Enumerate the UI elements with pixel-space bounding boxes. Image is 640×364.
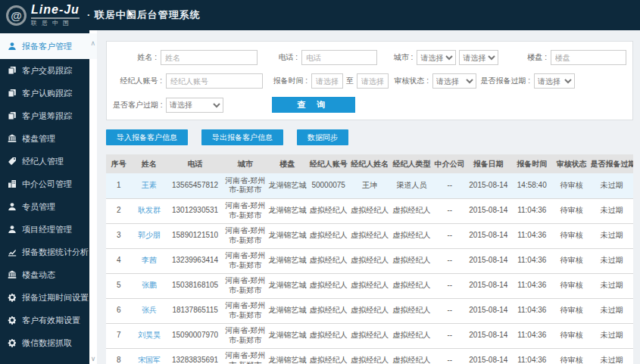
table-cell: -- [433, 273, 466, 298]
table-row[interactable]: 3郭少朋15890121510河南省-郑州市-新郑市龙湖锦艺城虚拟经纪人虚拟经纪… [106, 223, 633, 248]
table-cell: 河南省-郑州市-新郑市 [223, 348, 267, 364]
sidebar-item-6[interactable]: 中介公司管理 [0, 173, 89, 195]
table-cell: 龙湖锦艺城 [267, 273, 308, 298]
import-customers-button[interactable]: 导入报备客户信息 [106, 129, 188, 145]
phone-label: 电话 : [258, 52, 301, 63]
table-cell: 5 [106, 273, 131, 298]
sidebar-item-12[interactable]: 客户有效期设置 [0, 309, 89, 331]
sidebar-item-10[interactable]: 楼盘动态 [0, 263, 89, 286]
table-cell: 未过期 [591, 298, 633, 323]
sidebar-item-4[interactable]: 楼盘管理 [0, 127, 89, 150]
table-cell: 2015-08-14 [466, 198, 510, 223]
customer-name-link[interactable]: 王素 [142, 181, 157, 189]
sidebar-item-label: 客户有效期设置 [22, 315, 80, 326]
table-cell: 张鹏 [131, 273, 167, 298]
table-cell: 2 [106, 198, 131, 223]
table-cell: 待审核 [553, 248, 590, 273]
table-row[interactable]: 5张鹏15038168105河南省-郑州市-新郑市龙湖锦艺城虚拟经纪人虚拟经纪人… [106, 273, 633, 298]
table-header-row: 序号姓名电话城市楼盘经纪人账号经纪人姓名经纪人类型中介公司报备日期报备时间审核状… [106, 154, 633, 173]
table-row[interactable]: 1王素13565457812河南省-郑州市-新郑市龙湖锦艺城50000075王坤… [106, 173, 633, 198]
customer-name-link[interactable]: 张兵 [142, 306, 157, 314]
city-district-select[interactable]: 请选择 [459, 50, 498, 65]
table-row[interactable]: 7刘昊昊15090007970河南省-郑州市-新郑市龙湖锦艺城虚拟经纪人虚拟经纪… [106, 323, 633, 348]
table-cell: 宋国军 [131, 348, 167, 364]
report-time-to-input[interactable] [357, 73, 389, 89]
table-row[interactable]: 8宋国军13283835691河南省-郑州市-新郑市龙湖锦艺城虚拟经纪人虚拟经纪… [106, 348, 633, 364]
customer-name-link[interactable]: 宋国军 [138, 356, 161, 364]
table-cell: 虚拟经纪人 [390, 198, 433, 223]
table-cell: 虚拟经纪人 [350, 223, 391, 248]
table-row[interactable]: 6张兵18137865115河南省-郑州市-新郑市龙湖锦艺城虚拟经纪人虚拟经纪人… [106, 298, 633, 323]
export-customers-button[interactable]: 导出报备客户信息 [201, 129, 283, 145]
table-body: 1王素13565457812河南省-郑州市-新郑市龙湖锦艺城50000075王坤… [106, 173, 633, 364]
report-expired-select[interactable]: 请选择 [534, 73, 575, 89]
report-time-from-input[interactable] [311, 73, 343, 89]
app-header: @ Line-Ju 联居中国 · 联居中国后台管理系统 [0, 0, 640, 30]
report-time-label: 报备时间 : [263, 76, 311, 86]
table-row[interactable]: 4李茜13239963414河南省-郑州市-新郑市龙湖锦艺城虚拟经纪人虚拟经纪人… [106, 248, 633, 273]
customer-name-link[interactable]: 李茜 [142, 256, 157, 264]
audit-status-label: 审核状态 : [389, 76, 432, 86]
name-label: 姓名 : [113, 52, 161, 63]
table-cell: 50000075 [308, 173, 350, 198]
search-button[interactable]: 查 询 [272, 97, 355, 113]
data-sync-button[interactable]: 数据同步 [297, 129, 348, 145]
column-header: 报备时间 [510, 154, 553, 173]
table-cell: 虚拟经纪人 [308, 223, 350, 248]
sidebar-item-5[interactable]: 经纪人管理 [0, 150, 89, 173]
table-cell: -- [433, 223, 466, 248]
report-expired-label: 是否报备过期 : [476, 76, 534, 86]
table-cell: 待审核 [553, 323, 590, 348]
name-input[interactable] [161, 50, 258, 65]
customer-name-link[interactable]: 郭少朋 [138, 231, 161, 239]
table-cell: 龙湖锦艺城 [267, 248, 308, 273]
table-cell: 虚拟经纪人 [390, 298, 433, 323]
sidebar-item-8[interactable]: 项目经理管理 [0, 218, 89, 241]
sidebar-scrollbar[interactable]: ∨ [89, 30, 97, 364]
table-row[interactable]: 2耿发群13012930531河南省-郑州市-新郑市龙湖锦艺城虚拟经纪人虚拟经纪… [106, 198, 633, 223]
column-header: 经纪人姓名 [350, 154, 391, 173]
estate-input[interactable] [551, 50, 626, 65]
phone-input[interactable] [301, 50, 377, 65]
mouse-cursor-icon [127, 9, 136, 23]
sidebar-item-label: 楼盘管理 [22, 133, 55, 145]
customer-name-link[interactable]: 张鹏 [142, 281, 157, 289]
report-time-to-label: 至 [346, 76, 354, 86]
city-province-select[interactable]: 请选择 [417, 50, 456, 65]
sidebar-item-3[interactable]: 客户退筹跟踪 [0, 104, 89, 127]
sidebar-item-0[interactable]: 报备客户管理∧ [0, 33, 97, 59]
table-cell: 11:04:36 [510, 248, 553, 273]
sidebar-item-label: 报备客户管理 [22, 41, 72, 52]
customer-name-link[interactable]: 刘昊昊 [138, 331, 161, 339]
table-cell: 2015-08-14 [466, 223, 510, 248]
customer-name-link[interactable]: 耿发群 [138, 206, 161, 214]
sidebar-item-13[interactable]: 微信数据抓取 [0, 331, 89, 354]
table-cell: 龙湖锦艺城 [267, 323, 308, 348]
table-cell: 7 [106, 323, 131, 348]
scroll-down-icon[interactable]: ∨ [89, 355, 97, 362]
table-cell: 虚拟经纪人 [350, 298, 391, 323]
customer-expired-select[interactable]: 请选择 [166, 98, 223, 113]
sidebar-item-label: 客户退筹跟踪 [22, 110, 72, 122]
column-header: 审核状态 [553, 154, 590, 173]
sidebar-item-7[interactable]: 专员管理 [0, 195, 89, 218]
table-cell: 待审核 [553, 298, 590, 323]
audit-status-select[interactable]: 请选择 [432, 73, 476, 89]
user-icon [8, 225, 17, 234]
sidebar-item-9[interactable]: 报备数据统计分析 [0, 241, 89, 263]
sidebar-item-2[interactable]: 客户认购跟踪 [0, 82, 89, 104]
agent-account-input[interactable] [166, 73, 263, 89]
table-cell: 龙湖锦艺城 [267, 223, 308, 248]
table-cell: 虚拟经纪人 [308, 248, 350, 273]
collapse-caret-icon[interactable]: ∧ [90, 39, 95, 47]
table-cell: -- [433, 198, 466, 223]
logo-title: Line-Ju [31, 4, 80, 19]
table-cell: 耿发群 [131, 198, 167, 223]
table-cell: 郭少朋 [131, 223, 167, 248]
table-cell: 1 [106, 173, 131, 198]
table-cell: 13283835691 [167, 348, 223, 364]
table-cell: 虚拟经纪人 [390, 248, 433, 273]
sidebar-item-1[interactable]: 客户交易跟踪 [0, 59, 89, 82]
table-cell: 11:04:36 [510, 323, 553, 348]
sidebar-item-11[interactable]: 报备过期时间设置 [0, 286, 89, 309]
